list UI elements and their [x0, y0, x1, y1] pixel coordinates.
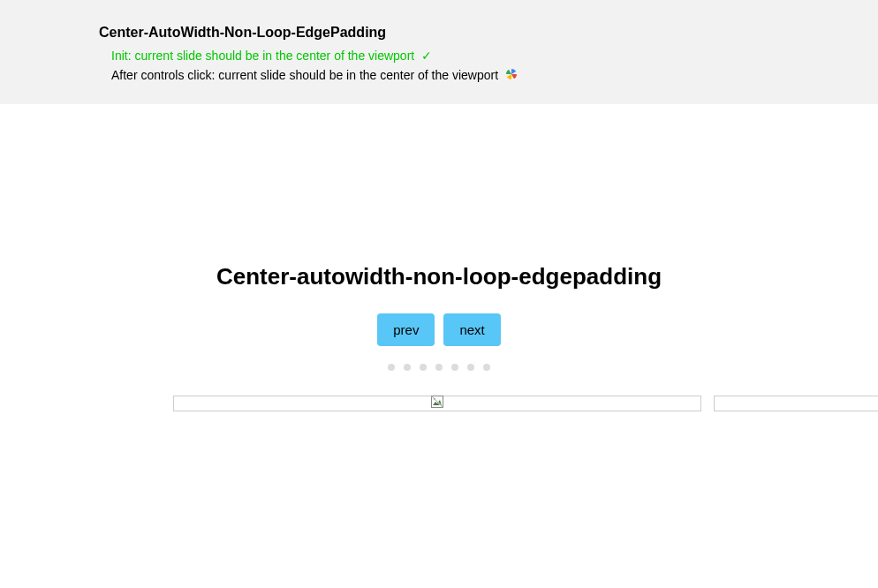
next-button[interactable]: next — [443, 313, 500, 346]
slider-dot[interactable] — [404, 364, 411, 371]
slider-dot[interactable] — [467, 364, 474, 371]
slider-dot[interactable] — [420, 364, 427, 371]
status-line-pass: Init: current slide should be in the cen… — [99, 46, 878, 65]
broken-image-icon — [431, 396, 443, 411]
status-line-running: After controls click: current slide shou… — [99, 65, 878, 86]
main-content: Center-autowidth-non-loop-edgepadding pr… — [0, 104, 878, 411]
slider-dot[interactable] — [483, 364, 490, 371]
slider-track — [0, 396, 878, 411]
test-header-panel: Center-AutoWidth-Non-Loop-EdgePadding In… — [0, 0, 878, 104]
slider-dot[interactable] — [451, 364, 458, 371]
slider-dot[interactable] — [435, 364, 443, 371]
check-icon: ✓ — [421, 49, 432, 63]
pinwheel-icon — [505, 66, 518, 86]
slider-controls: prev next — [0, 313, 878, 346]
slider-dot[interactable] — [388, 364, 395, 371]
test-suite-title: Center-AutoWidth-Non-Loop-EdgePadding — [99, 25, 878, 41]
slider-title: Center-autowidth-non-loop-edgepadding — [0, 263, 878, 290]
status-pass-text: Init: current slide should be in the cen… — [111, 49, 414, 63]
slider-dots — [0, 364, 878, 371]
prev-button[interactable]: prev — [377, 313, 435, 346]
slide-item — [714, 396, 878, 411]
status-running-text: After controls click: current slide shou… — [111, 68, 498, 82]
slide-item — [173, 396, 701, 411]
